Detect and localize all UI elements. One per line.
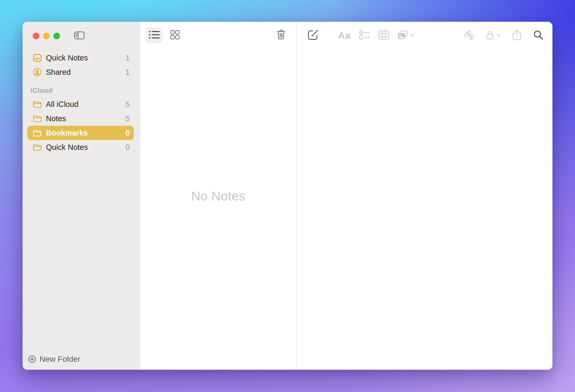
share-button[interactable] <box>512 29 522 42</box>
delete-note-button[interactable] <box>277 29 286 41</box>
lock-note-button[interactable] <box>486 30 501 41</box>
link-add-icon <box>463 30 475 41</box>
note-count: 0 <box>126 129 130 137</box>
format-text-button[interactable]: Aa <box>338 30 351 41</box>
checklist-icon <box>359 30 370 41</box>
note-count: 0 <box>126 143 130 152</box>
sidebar-item-shared[interactable]: Shared 1 <box>27 65 134 79</box>
new-folder-label: New Folder <box>40 355 80 364</box>
search-button[interactable] <box>533 30 544 41</box>
compose-icon <box>307 29 319 42</box>
note-actions-group <box>463 29 544 42</box>
plus-circle-icon <box>28 355 36 363</box>
folder-group: All iCloud 5 Notes 5 <box>27 97 134 154</box>
note-count: 5 <box>126 114 130 123</box>
new-folder-button[interactable]: New Folder <box>28 353 80 365</box>
sidebar-list: Quick Notes 1 Shared 1 iCloud <box>27 51 134 154</box>
sidebar: Quick Notes 1 Shared 1 iCloud <box>23 22 140 370</box>
sidebar-item-label: Quick Notes <box>46 143 88 152</box>
traffic-lights <box>33 33 60 39</box>
sidebar-item-label: Notes <box>46 114 66 123</box>
note-count: 1 <box>126 54 130 62</box>
lock-icon <box>486 30 494 41</box>
search-icon <box>533 30 544 41</box>
format-tools-group: Aa <box>338 29 415 42</box>
shared-person-icon <box>33 68 42 77</box>
gallery-view-button[interactable] <box>167 27 183 43</box>
empty-notes-message: No Notes <box>140 189 296 203</box>
list-view-button[interactable] <box>146 27 162 43</box>
chevron-down-icon <box>496 33 501 38</box>
sidebar-item-bookmarks[interactable]: Bookmarks 0 <box>27 126 134 140</box>
trash-icon <box>277 29 286 41</box>
sidebar-item-label: Quick Notes <box>46 54 88 62</box>
checklist-button[interactable] <box>359 30 370 41</box>
sidebar-item-quick-notes[interactable]: Quick Notes 1 <box>27 51 134 65</box>
sidebar-item-label: Shared <box>46 68 71 77</box>
list-toolbar <box>146 27 286 43</box>
table-button[interactable] <box>378 30 389 41</box>
gallery-view-icon <box>170 30 180 41</box>
table-icon <box>378 30 389 41</box>
media-photos-icon <box>397 31 408 41</box>
sidebar-item-all-icloud[interactable]: All iCloud 5 <box>27 97 134 111</box>
list-view-icon <box>149 30 160 41</box>
folder-icon <box>33 143 42 152</box>
sidebar-item-label: All iCloud <box>46 100 79 109</box>
sidebar-item-label: Bookmarks <box>46 129 88 137</box>
note-count: 1 <box>126 68 130 77</box>
editor-toolbar: Aa <box>297 29 552 42</box>
chevron-down-icon <box>410 33 415 38</box>
sidebar-item-notes[interactable]: Notes 5 <box>27 111 134 126</box>
share-icon <box>512 29 522 42</box>
folder-icon <box>33 100 42 109</box>
folder-icon <box>33 114 42 123</box>
format-text-icon: Aa <box>338 30 351 41</box>
folder-icon <box>33 128 42 137</box>
close-window-button[interactable] <box>33 33 39 39</box>
editor-pane: Aa <box>297 22 552 370</box>
note-count: 5 <box>126 100 130 109</box>
new-note-button[interactable] <box>307 29 319 42</box>
add-link-button[interactable] <box>463 30 475 41</box>
sidebar-item-quick-notes-folder[interactable]: Quick Notes 0 <box>27 140 134 154</box>
notes-list-pane: No Notes <box>140 22 297 370</box>
minimize-window-button[interactable] <box>43 33 50 39</box>
sidebar-section-icloud: iCloud <box>27 86 134 94</box>
toggle-sidebar-button[interactable] <box>74 31 85 40</box>
quick-note-icon <box>33 53 42 62</box>
sidebar-toggle-icon <box>74 31 85 41</box>
insert-media-button[interactable] <box>397 31 415 41</box>
zoom-window-button[interactable] <box>53 33 60 39</box>
notes-window: Quick Notes 1 Shared 1 iCloud <box>23 22 552 370</box>
